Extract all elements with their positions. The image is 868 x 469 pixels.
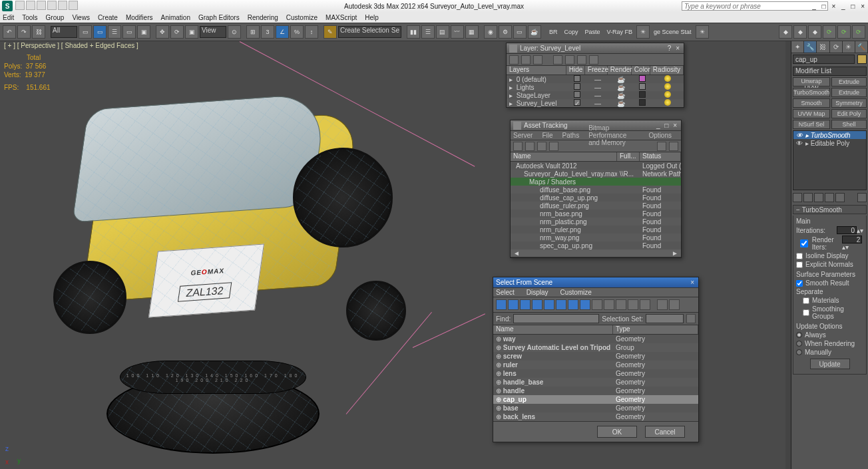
mod-uvw-map[interactable]: UVW Map xyxy=(793,109,830,118)
mod-unwrap-uvw[interactable]: Unwrap UVW xyxy=(793,77,830,86)
menu-maxscript[interactable]: MAXScript xyxy=(326,14,357,21)
select-columns[interactable]: Name Type xyxy=(493,325,698,335)
scene-row[interactable]: ⊕ baseGeometry xyxy=(493,404,698,412)
stack-item[interactable]: 👁▸ Editable Poly xyxy=(793,139,866,147)
cancel-button[interactable]: Cancel xyxy=(645,426,685,438)
align-button[interactable]: ☰ xyxy=(421,25,435,39)
scale-button[interactable]: ▣ xyxy=(185,25,198,39)
tab-modify[interactable]: 🔧 xyxy=(804,41,817,53)
quick-access[interactable] xyxy=(15,1,79,11)
axis-con-xy[interactable]: ⟳ xyxy=(823,25,836,39)
vray-fb-button[interactable]: V-Ray FB xyxy=(604,29,636,35)
command-tabs[interactable]: ✦ 🔧 ⛓ ⟳ ☀ 🔨 xyxy=(791,41,868,53)
layer-row[interactable]: ▸ Survey_Level✓—☕ xyxy=(507,99,684,107)
asset-row[interactable]: nrm_plastic.pngFound xyxy=(511,218,681,226)
mod-extrude[interactable]: Extrude xyxy=(831,88,867,97)
axis-con-zx[interactable]: ⟳ xyxy=(852,25,865,39)
scene-stats-button[interactable]: ge Scene Stat xyxy=(651,29,694,35)
layer-panel-controls[interactable]: ? × xyxy=(668,45,681,52)
menu-animation[interactable]: Animation xyxy=(160,14,190,21)
layer-row[interactable]: ▸ 0 (default)—☕ xyxy=(507,75,684,83)
asset-scrollbar[interactable]: ◄► xyxy=(511,249,681,257)
menu-rendering[interactable]: Rendering xyxy=(248,14,278,21)
select-button[interactable]: ▭ xyxy=(79,25,92,39)
ref-coord[interactable]: View xyxy=(200,26,226,38)
scene-row[interactable]: ⊕ handleGeometry xyxy=(493,387,698,395)
mod-smooth[interactable]: Smooth xyxy=(793,98,830,108)
link-button[interactable]: ⛓ xyxy=(32,25,45,39)
modifier-stack[interactable]: 👁▸ TurboSmooth👁▸ Editable Poly xyxy=(793,130,867,190)
main-menu[interactable]: EditToolsGroupViewsCreateModifiersAnimat… xyxy=(0,12,868,23)
tab-display[interactable]: ☀ xyxy=(843,41,855,53)
smoothing-groups-check[interactable] xyxy=(803,309,809,316)
asset-row[interactable]: diffuse_base.pngFound xyxy=(511,186,681,194)
asset-row[interactable]: Autodesk Vault 2012Logged Out (... xyxy=(511,162,681,170)
new-layer-icon[interactable] xyxy=(509,55,519,65)
viewport-label[interactable]: [ + ] [ Perspective ] [ Shaded + Edged F… xyxy=(4,42,138,49)
scene-row[interactable]: ⊕ Survey Automatic Level on TripodGroup xyxy=(493,343,698,352)
render-iters-check[interactable] xyxy=(796,239,812,247)
spinner-snap-button[interactable]: ↕ xyxy=(305,25,318,39)
scene-row[interactable]: ⊕ screwGeometry xyxy=(493,352,698,361)
rollup-turbosmooth[interactable]: − TurboSmooth xyxy=(793,205,867,214)
asset-row[interactable]: Maps / Shaders xyxy=(511,178,681,186)
manipulate-button[interactable]: ⊞ xyxy=(246,25,260,39)
scene-row[interactable]: ⊕ back_lensGeometry xyxy=(493,412,698,421)
menu-views[interactable]: Views xyxy=(72,14,90,21)
mod-extrude[interactable]: Extrude xyxy=(831,77,867,86)
asset-row[interactable]: nrm_way.pngFound xyxy=(511,234,681,241)
axis-con-z[interactable]: ◆ xyxy=(808,25,821,39)
tab-utilities[interactable]: 🔨 xyxy=(855,41,868,53)
menu-customize[interactable]: Customize xyxy=(286,14,318,21)
materials-check[interactable] xyxy=(803,297,809,304)
object-color-swatch[interactable] xyxy=(857,55,867,64)
select-menu[interactable]: SelectDisplayCustomize xyxy=(493,288,698,297)
copy-button[interactable]: Copy xyxy=(561,29,580,35)
highlight-layer-icon[interactable] xyxy=(565,55,574,65)
find-input[interactable] xyxy=(513,314,599,323)
menu-modifiers[interactable]: Modifiers xyxy=(126,14,153,21)
select-region-button[interactable]: ▭ xyxy=(122,25,136,39)
layer-row[interactable]: ▸ StageLayer—☕ xyxy=(507,91,684,99)
tab-create[interactable]: ✦ xyxy=(791,41,804,53)
asset-row[interactable]: nrm_base.pngFound xyxy=(511,210,681,218)
paste-button[interactable]: Paste xyxy=(582,29,602,35)
window-crossing-button[interactable]: ▣ xyxy=(137,25,150,39)
layer-panel[interactable]: Layer: Survey_Level? × Layers Hide Freez… xyxy=(506,43,684,108)
scene-row[interactable]: ⊕ cap_upGeometry xyxy=(493,395,698,404)
named-selection-set[interactable]: Create Selection Se xyxy=(338,26,401,38)
menu-edit[interactable]: Edit xyxy=(3,14,14,21)
mod-edit-poly[interactable]: Edit Poly xyxy=(831,109,867,118)
explicit-normals-check[interactable] xyxy=(796,261,803,268)
axis-con-x[interactable]: ◆ xyxy=(779,25,792,39)
axis-con-yz[interactable]: ⟳ xyxy=(837,25,851,39)
mod-nsurf-sel[interactable]: NSurf Sel xyxy=(793,120,830,129)
mod-shell[interactable]: Shell xyxy=(831,120,867,129)
selset-btn[interactable] xyxy=(686,314,696,323)
delete-layer-icon[interactable] xyxy=(521,55,531,65)
update-manual-radio[interactable] xyxy=(796,349,802,355)
object-name-field[interactable]: cap_up xyxy=(793,55,855,64)
asset-row[interactable]: Surveyor_Auto_Level_vray.max\\R...Networ… xyxy=(511,170,681,178)
asset-row[interactable]: nrm_ruler.pngFound xyxy=(511,226,681,234)
redo-button[interactable]: ↷ xyxy=(17,25,31,39)
update-render-radio[interactable] xyxy=(796,341,802,347)
mod-turbosmooth[interactable]: TurboSmooth xyxy=(793,88,830,97)
menu-group[interactable]: Group xyxy=(46,14,65,21)
move-button[interactable]: ✥ xyxy=(156,25,169,39)
snap-button[interactable]: 3 xyxy=(261,25,274,39)
render-frame-button[interactable]: ▭ xyxy=(513,25,527,39)
asset-menu[interactable]: ServerFilePathsBitmap Performance and Me… xyxy=(511,131,681,140)
selection-set-dropdown[interactable] xyxy=(646,314,684,323)
mirror-button[interactable]: ▮▮ xyxy=(407,25,420,39)
selection-filter[interactable]: All xyxy=(51,26,77,38)
asset-panel[interactable]: Asset Tracking_ □ × ServerFilePathsBitma… xyxy=(510,120,682,258)
menu-create[interactable]: Create xyxy=(98,14,118,21)
select-layer-icon[interactable] xyxy=(553,55,562,65)
select-object-button[interactable]: ▭ xyxy=(93,25,107,39)
help-search-input[interactable] xyxy=(682,1,828,11)
modifier-list-dropdown[interactable]: Modifier List xyxy=(793,67,867,76)
select-from-scene-panel[interactable]: Select From Scene× SelectDisplayCustomiz… xyxy=(493,277,699,442)
percent-snap-button[interactable]: % xyxy=(290,25,304,39)
layer-row[interactable]: ▸ Lights—☕ xyxy=(507,83,684,91)
